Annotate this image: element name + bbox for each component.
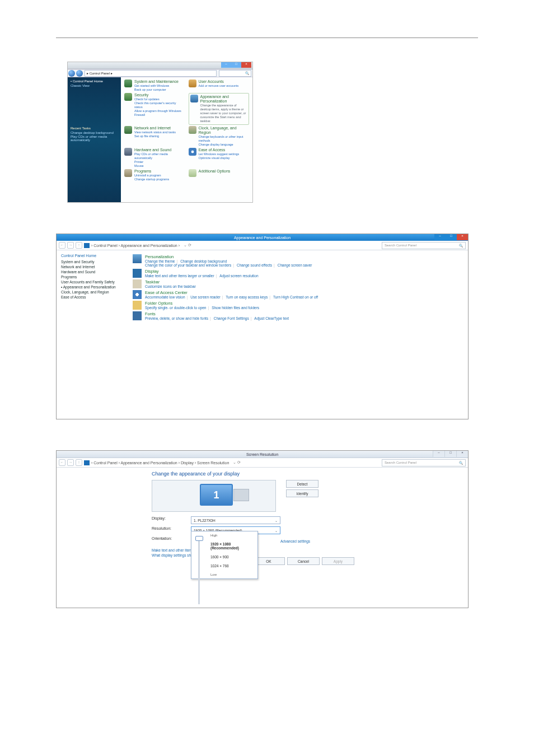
- breadcrumb-dropdown-icon[interactable]: ⌄ ⟳: [181, 243, 194, 248]
- sidebar-classic-view[interactable]: Classic View: [71, 84, 118, 87]
- maximize-button[interactable]: □: [231, 62, 241, 68]
- breadcrumb[interactable]: › Control Panel › Appearance and Persona…: [91, 244, 180, 248]
- category-link[interactable]: Uninstall a program: [134, 174, 169, 178]
- category-title[interactable]: System and Maintenance: [134, 80, 179, 84]
- group-title[interactable]: Personalization: [145, 254, 312, 259]
- slider-thumb[interactable]: [195, 536, 203, 541]
- sidebar-item[interactable]: System and Security: [61, 260, 125, 264]
- group-link[interactable]: Change the theme: [145, 259, 175, 263]
- category-appearance[interactable]: Appearance and Personalization Change th…: [189, 93, 250, 125]
- breadcrumb[interactable]: › Control Panel › Appearance and Persona…: [91, 461, 229, 465]
- group-link[interactable]: Customize icons on the taskbar: [145, 284, 196, 288]
- resolution-option[interactable]: 1024 × 768: [210, 564, 255, 568]
- category-title[interactable]: Network and Internet: [134, 126, 176, 130]
- category-clock[interactable]: Clock, Language, and Region Change keybo…: [189, 126, 250, 147]
- group-title[interactable]: Display: [145, 269, 259, 274]
- category-additional[interactable]: Additional Options: [189, 169, 250, 181]
- sidebar-item[interactable]: Network and Internet: [61, 265, 125, 269]
- category-link[interactable]: Let Windows suggest settings: [199, 152, 240, 156]
- recent-task[interactable]: Change desktop background: [71, 131, 118, 134]
- group-link[interactable]: Change desktop background: [180, 259, 227, 263]
- sidebar-item[interactable]: Programs: [61, 275, 125, 279]
- apply-button[interactable]: Apply: [322, 557, 354, 565]
- group-title[interactable]: Folder Options: [145, 301, 259, 306]
- nav-forward-icon[interactable]: →: [67, 242, 74, 249]
- category-link[interactable]: Back up your computer: [134, 88, 179, 92]
- close-button[interactable]: ×: [457, 234, 468, 240]
- category-link[interactable]: Allow a program through Windows Firewall: [134, 109, 185, 117]
- group-link[interactable]: Change screen saver: [278, 263, 312, 267]
- monitor-1-icon[interactable]: [200, 484, 233, 506]
- nav-back-icon[interactable]: ←: [59, 242, 65, 249]
- group-link[interactable]: Turn on easy access keys: [226, 295, 268, 299]
- group-link[interactable]: Change the color of your taskbar and win…: [145, 263, 231, 267]
- close-button[interactable]: ×: [456, 451, 468, 457]
- minimize-button[interactable]: –: [434, 234, 446, 240]
- identify-button[interactable]: Identify: [286, 489, 318, 497]
- maximize-button[interactable]: □: [446, 234, 457, 240]
- slider-track[interactable]: [198, 537, 200, 604]
- category-network[interactable]: Network and Internet View network status…: [124, 126, 185, 147]
- category-system[interactable]: System and Maintenance Get started with …: [124, 80, 185, 92]
- category-link[interactable]: Check for updates: [134, 97, 185, 101]
- group-link[interactable]: Use screen reader: [190, 295, 220, 299]
- category-title[interactable]: Security: [134, 93, 185, 97]
- group-title[interactable]: Fonts: [145, 311, 289, 316]
- detect-button[interactable]: Detect: [286, 480, 318, 488]
- display-dropdown[interactable]: 1. PL227X0H⌄: [191, 516, 280, 524]
- category-link[interactable]: Printer: [134, 160, 185, 164]
- minimize-button[interactable]: –: [433, 451, 444, 457]
- category-security[interactable]: Security Check for updates Check this co…: [124, 93, 185, 125]
- group-link[interactable]: Change sound effects: [237, 263, 272, 267]
- group-link[interactable]: Adjust ClearType text: [254, 316, 289, 320]
- nav-up-icon[interactable]: ↑: [76, 242, 82, 249]
- nav-back-icon[interactable]: [68, 70, 75, 77]
- minimize-button[interactable]: –: [221, 62, 231, 68]
- category-title[interactable]: Clock, Language, and Region: [199, 126, 250, 135]
- sidebar-item-current[interactable]: Appearance and Personalization: [61, 285, 125, 289]
- group-title[interactable]: Taskbar: [145, 279, 196, 284]
- sidebar-item[interactable]: Clock, Language, and Region: [61, 290, 125, 294]
- search-input[interactable]: 🔍: [219, 70, 251, 77]
- category-title[interactable]: Ease of Access: [199, 148, 240, 152]
- close-button[interactable]: ×: [241, 62, 251, 68]
- group-title[interactable]: Ease of Access Center: [145, 290, 318, 295]
- category-title[interactable]: Appearance and Personalization: [200, 95, 248, 104]
- search-input[interactable]: Search Control Panel 🔍: [382, 459, 466, 466]
- category-link[interactable]: Check this computer's security status: [134, 101, 185, 109]
- nav-back-icon[interactable]: ←: [59, 459, 65, 466]
- group-link[interactable]: Adjust screen resolution: [219, 274, 258, 278]
- nav-up-icon[interactable]: ↑: [76, 459, 82, 466]
- category-title[interactable]: Programs: [134, 169, 169, 174]
- category-link[interactable]: Get started with Windows: [134, 84, 179, 88]
- recent-task[interactable]: Play CDs or other media automatically: [71, 135, 118, 142]
- sidebar-item[interactable]: Ease of Access: [61, 295, 125, 299]
- group-link[interactable]: Make text and other items larger or smal…: [145, 274, 214, 278]
- breadcrumb[interactable]: ▸ Control Panel ▸: [85, 70, 217, 77]
- group-link[interactable]: Specify single- or double-click to open: [145, 306, 206, 310]
- category-link[interactable]: Play CDs or other media automatically: [134, 152, 185, 160]
- category-title[interactable]: User Accounts: [199, 80, 239, 84]
- category-user-accounts[interactable]: User Accounts Add or remove user account…: [189, 80, 250, 92]
- category-link[interactable]: View network status and tasks: [134, 130, 176, 134]
- category-link[interactable]: Change display language: [199, 143, 250, 147]
- category-link[interactable]: Change startup programs: [134, 178, 169, 181]
- group-link[interactable]: Turn High Contrast on or off: [273, 295, 318, 299]
- sidebar-item[interactable]: Hardware and Sound: [61, 270, 125, 274]
- nav-forward-icon[interactable]: →: [67, 459, 74, 466]
- group-link[interactable]: Preview, delete, or show and hide fonts: [145, 316, 208, 320]
- category-title[interactable]: Hardware and Sound: [134, 148, 185, 152]
- sidebar-home[interactable]: Control Panel Home: [71, 80, 118, 83]
- group-link[interactable]: Accommodate low vision: [145, 295, 185, 299]
- sidebar-home[interactable]: Control Panel Home: [61, 254, 125, 258]
- breadcrumb-dropdown-icon[interactable]: ⌄ ⟳: [231, 460, 243, 465]
- resolution-option[interactable]: 1600 × 900: [210, 555, 255, 559]
- category-hardware[interactable]: Hardware and Sound Play CDs or other med…: [124, 148, 185, 168]
- search-input[interactable]: Search Control Panel 🔍: [382, 242, 466, 249]
- nav-forward-icon[interactable]: [76, 70, 83, 77]
- resolution-popup[interactable]: High 1920 × 1080 (Recommended) 1600 × 90…: [191, 531, 258, 579]
- category-link[interactable]: Mouse: [134, 164, 185, 168]
- category-title[interactable]: Additional Options: [199, 169, 231, 174]
- advanced-settings-link[interactable]: Advanced settings: [280, 539, 310, 543]
- group-link[interactable]: Show hidden files and folders: [212, 306, 259, 310]
